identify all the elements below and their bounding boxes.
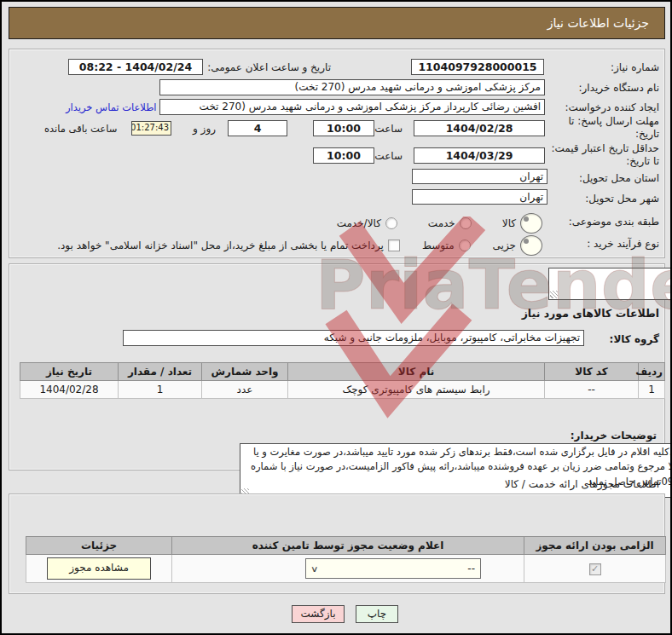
announce-datetime-label: تاریخ و ساعت اعلان عمومی:: [207, 61, 331, 74]
resize-grip-icon[interactable]: [550, 291, 558, 298]
treasury-checkbox-icon[interactable]: [388, 240, 400, 251]
goods-group-field[interactable]: تجهیزات مخابراتی، کامپیوتر، موبایل، ملزو…: [123, 330, 584, 346]
radio-minor-label: جزیی: [493, 240, 516, 251]
deadline-label: مهلت ارسال پاسخ: تا تاریخ:: [559, 115, 659, 141]
delivery-province-field[interactable]: تهران: [412, 169, 547, 184]
need-number-field[interactable]: 1104097928000015: [411, 59, 544, 75]
license-table-header-row: الزامی بودن ارائه مجوز اعلام وضعیت مجوز …: [26, 537, 666, 555]
buyer-contact-link[interactable]: اطلاعات تماس خریدار: [66, 101, 157, 113]
classification-option-service[interactable]: خدمت: [428, 217, 472, 229]
request-creator-label: ایجاد کننده درخواست:: [565, 101, 659, 114]
need-number-label: شماره نیاز:: [611, 61, 659, 74]
goods-cell-item-code: --: [545, 381, 639, 399]
remaining-time-field: 01:27:43: [131, 121, 171, 136]
radio-goods-icon[interactable]: [520, 213, 542, 234]
goods-cell-need-date: 1404/02/28: [20, 381, 119, 399]
license-header-status: اعلام وضعیت مجوز توسط تامین کننده: [172, 537, 524, 555]
price-validity-date-field[interactable]: 1404/03/29: [414, 147, 545, 164]
deadline-date-field[interactable]: 1404/02/28: [414, 120, 545, 136]
license-table: الزامی بودن ارائه مجوز اعلام وضعیت مجوز …: [26, 536, 666, 583]
remaining-days-field[interactable]: 4: [228, 120, 287, 136]
license-table-row: ✓ -- ∨ مشاهده مجوز: [26, 555, 666, 583]
goods-header-item-name: نام کالا: [288, 363, 545, 381]
goods-header-unit: واحد شمارش: [202, 363, 288, 381]
goods-cell-row-number: 1: [639, 381, 665, 399]
license-header-required: الزامی بودن ارائه مجوز: [524, 537, 666, 555]
price-validity-hour-label: ساعت: [374, 150, 403, 163]
deadline-time-field[interactable]: 10:00: [313, 120, 374, 136]
delivery-province-label: استان محل تحویل:: [579, 172, 659, 185]
request-creator-field[interactable]: افشین رضائی کارپرداز مرکز پزشکی اموزشی و…: [159, 99, 545, 115]
buyer-name-field[interactable]: مرکز پزشکی اموزشی و درمانی شهید مدرس (27…: [159, 79, 545, 95]
radio-service-icon[interactable]: [460, 217, 472, 229]
buyer-notes-label: توضیحات خریدار:: [571, 430, 657, 442]
process-option-minor[interactable]: جزیی: [493, 235, 542, 256]
days-and-label: روز و: [193, 123, 216, 136]
license-status-select[interactable]: -- ∨: [305, 558, 481, 579]
goods-header-row-number: ردیف: [639, 363, 665, 381]
need-details-page: { "title": "جزئیات اطلاعات نیاز", "water…: [0, 0, 672, 635]
delivery-city-field[interactable]: تهران: [412, 189, 547, 205]
description-textarea[interactable]: قطعات کامپیوتری: [548, 268, 672, 300]
price-validity-label: حداقل تاریخ اعتبار قیمت: تا تاریخ:: [544, 142, 659, 168]
view-license-button[interactable]: مشاهده مجوز: [47, 557, 151, 580]
goods-table-row: 1 -- رابط سیستم های کامپیوتری کوچک عدد 1…: [20, 381, 665, 399]
license-required-checkbox[interactable]: ✓: [589, 563, 601, 575]
page-title: جزئیات اطلاعات نیاز: [9, 7, 665, 39]
classification-options: کالا خدمت کالا/خدمت: [337, 213, 542, 234]
goods-header-need-date: تاریخ نیاز: [20, 363, 119, 381]
process-type-label: نوع فرآیند خرید :: [587, 238, 659, 251]
buyer-name-label: نام دستگاه خریدار:: [579, 82, 660, 95]
goods-cell-item-name: رابط سیستم های کامپیوتری کوچک: [288, 381, 545, 399]
print-button[interactable]: چاپ: [356, 605, 398, 623]
process-type-options: جزیی متوسط پرداخت تمام یا بخشی از مبلغ خ…: [57, 235, 542, 256]
classification-option-goods-service[interactable]: کالا/خدمت: [337, 217, 397, 229]
license-header-details: جزئیات: [26, 537, 172, 555]
goods-group-label: گروه کالا:: [610, 333, 659, 346]
back-button[interactable]: بازگشت: [292, 605, 345, 623]
goods-section-title: اطلاعات کالاهای مورد نیاز: [522, 307, 659, 320]
goods-table-header-row: ردیف کد کالا نام کالا واحد شمارش تعداد /…: [20, 363, 665, 381]
price-validity-time-field[interactable]: 10:00: [313, 147, 374, 164]
classification-option-goods[interactable]: کالا: [502, 213, 542, 234]
radio-medium-label: متوسط: [422, 240, 455, 251]
radio-goods-service-icon[interactable]: [385, 217, 397, 229]
goods-cell-quantity: 1: [119, 381, 202, 399]
classification-label: طبقه بندی موضوعی:: [569, 216, 659, 228]
treasury-checkbox-label: پرداخت تمام یا بخشی از مبلغ خرید،از محل …: [57, 240, 384, 251]
radio-medium-icon[interactable]: [459, 240, 471, 251]
radio-goods-service-label: کالا/خدمت: [337, 217, 381, 229]
goods-table: ردیف کد کالا نام کالا واحد شمارش تعداد /…: [20, 362, 665, 399]
radio-goods-label: کالا: [502, 217, 516, 229]
goods-header-quantity: تعداد / مقدار: [119, 363, 202, 381]
goods-header-item-code: کد کالا: [545, 363, 639, 381]
remaining-hours-label: ساعت باقی مانده: [44, 123, 117, 136]
radio-service-label: خدمت: [428, 217, 455, 229]
license-section-title: اطلاعات مجوزهای ارائه خدمت / کالا: [505, 478, 659, 491]
chevron-down-icon: ∨: [310, 564, 319, 574]
license-status-value: --: [467, 563, 475, 574]
process-option-medium[interactable]: متوسط: [422, 240, 471, 251]
treasury-payment-option[interactable]: پرداخت تمام یا بخشی از مبلغ خرید،از محل …: [57, 240, 400, 251]
announce-datetime-field[interactable]: 1404/02/24 - 08:22: [68, 59, 203, 75]
radio-minor-icon[interactable]: [520, 235, 542, 256]
goods-cell-unit: عدد: [202, 381, 288, 399]
delivery-city-label: شهر محل تحویل:: [585, 193, 659, 205]
deadline-hour-label: ساعت: [374, 123, 403, 136]
